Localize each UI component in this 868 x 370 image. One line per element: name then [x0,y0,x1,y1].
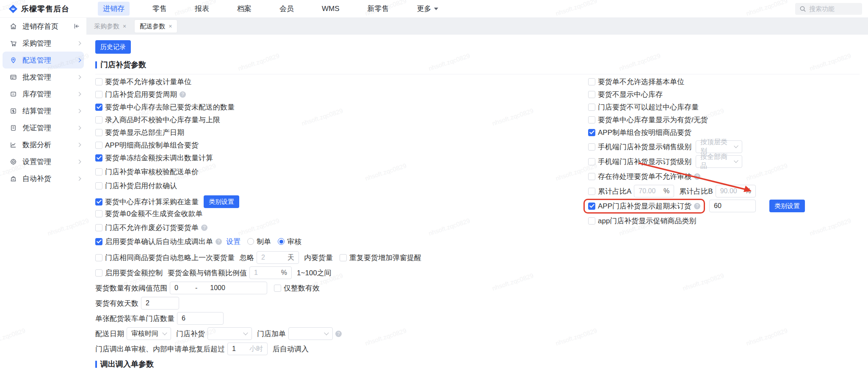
sidebar-item-stock[interactable]: 库存管理 [0,85,86,102]
sidebar-item-purchase[interactable]: 采购管理 [0,35,86,52]
sidebar-item-delivery[interactable]: 配送管理 [3,52,84,69]
sidebar-item-wholesale[interactable]: 批发管理 [0,69,86,85]
auto-inbound-hours-input[interactable]: 1 小时 [227,343,268,355]
select-value: 按全部商品 [700,153,730,170]
checkbox[interactable] [588,116,595,123]
close-icon[interactable] [123,23,126,29]
category-setting-button[interactable]: 类别设置 [204,195,239,208]
checkbox[interactable] [95,116,102,123]
chevron-right-icon [77,92,81,96]
checkbox[interactable] [588,188,595,195]
search-input[interactable]: 搜索功能 [795,3,862,15]
radio-audit[interactable] [278,238,285,245]
checkbox[interactable] [95,91,102,98]
order-level-select[interactable]: 按全部商品 [696,155,742,168]
nav-item-archive[interactable]: 档案 [232,2,257,16]
help-icon[interactable] [201,225,207,231]
stores-per-truck-input[interactable]: 6 [177,312,224,325]
help-icon[interactable] [694,173,700,180]
checkbox[interactable] [588,104,595,111]
param-label: 录入商品时不校验中心库存量与上限 [105,115,220,125]
nav-item-more[interactable]: 更多 [412,2,443,16]
sidebar-item-label: 配送管理 [22,55,72,65]
card-icon [9,73,17,81]
history-button[interactable]: 历史记录 [95,40,131,54]
checkbox[interactable] [340,254,347,261]
ratio-a-input[interactable]: 70.00 % [634,185,674,197]
checkbox[interactable] [95,129,102,136]
radio-create-doc[interactable] [247,238,254,245]
nav-item-member[interactable]: 会员 [274,2,299,16]
nav-item-wms[interactable]: WMS [317,3,345,15]
checkbox[interactable] [588,129,595,136]
auto-outbound-setting-link[interactable]: 设置 [226,237,240,247]
checkbox[interactable] [588,143,595,151]
help-icon[interactable] [180,91,186,98]
input-value: 2 [146,299,149,307]
category-setting-button[interactable]: 类别设置 [769,200,805,212]
help-icon[interactable] [335,331,342,337]
qty-threshold-range-input[interactable]: 0 - 1000 [170,282,267,294]
help-icon[interactable] [216,238,222,245]
checkbox[interactable] [588,91,595,98]
sidebar-item-settings[interactable]: 设置管理 [0,153,86,170]
sidebar-item-home[interactable]: 进销存首页 [0,18,86,35]
sidebar-item-voucher[interactable]: 凭证管理 [0,119,86,136]
ignore-days-input[interactable]: 2 天 [257,251,299,264]
nav-item-more-label: 更多 [417,4,431,14]
checkbox[interactable] [95,269,102,277]
valid-days-input[interactable]: 2 [141,297,179,310]
checkbox[interactable] [95,182,102,189]
select-value: 审核时间 [131,329,158,338]
document-icon [9,124,17,132]
sidebar-item-settlement[interactable]: 结算管理 [0,102,86,119]
overdue-days-input[interactable]: 60 [709,200,756,212]
param-label: 门店要货不可以超过中心库存量 [598,102,699,112]
param-label: APP门店补货显示超期未订货 [598,201,691,211]
brand-name: 乐檬零售后台 [21,4,69,14]
param-label: APP明细商品按制单组合要货 [105,140,199,150]
chevron-right-icon [77,143,81,147]
store-addon-select[interactable] [288,327,333,340]
chevron-down-icon [734,144,738,148]
amount-ratio-input[interactable]: 1 % [249,266,292,279]
checkbox[interactable] [588,217,595,225]
checkbox[interactable] [588,173,595,180]
tab-label: 采购参数 [94,22,119,30]
checkbox[interactable] [95,142,102,149]
sidebar-item-analytics[interactable]: 数据分析 [0,136,86,153]
checkbox[interactable] [95,198,102,206]
nav-item-retail[interactable]: 零售 [147,2,172,16]
param-row: 录入商品时不校验中心库存量与上限 [95,115,582,124]
checkbox[interactable] [95,224,102,231]
checkbox[interactable] [588,78,595,85]
sidebar-item-label: 自动补货 [22,174,72,184]
checkbox[interactable] [274,285,281,292]
param-row: 启用要货单确认后自动生成调出单 设置 制单 审核 [95,237,582,246]
sales-level-select[interactable]: 按顶层类别 [696,140,742,153]
nav-item-report[interactable]: 报表 [190,2,214,16]
sidebar-item-auto-replenish[interactable]: 自动补货 [0,170,86,187]
checkbox[interactable] [95,104,102,111]
nav-item-inventory[interactable]: 进销存 [98,2,130,16]
input-suffix: 天 [287,253,294,262]
help-icon[interactable] [694,203,700,209]
delivery-date-select[interactable]: 审核时间 [127,327,171,340]
checkbox[interactable] [95,254,102,261]
checkbox[interactable] [95,238,102,245]
tab-purchase-params[interactable]: 采购参数 [89,20,131,33]
ratio-b-input[interactable]: 90.00 % [716,185,756,197]
nav-item-new-retail[interactable]: 新零售 [362,2,394,16]
checkbox[interactable] [95,78,102,85]
checkbox[interactable] [588,158,595,165]
param-row: 启用要货金额控制 要货金额与销售额比例值 1 % 1~100之间 [95,266,582,280]
tab-delivery-params[interactable]: 配送参数 [135,20,177,33]
collapse-sidebar-icon[interactable] [73,22,80,30]
checkbox[interactable] [95,154,102,162]
param-row: 门店补货单审核校验配送单价 [95,167,582,176]
checkbox[interactable] [95,210,102,217]
store-replenish-select[interactable] [207,327,252,340]
checkbox[interactable] [588,203,595,210]
close-icon[interactable] [169,23,172,29]
checkbox[interactable] [95,168,102,175]
